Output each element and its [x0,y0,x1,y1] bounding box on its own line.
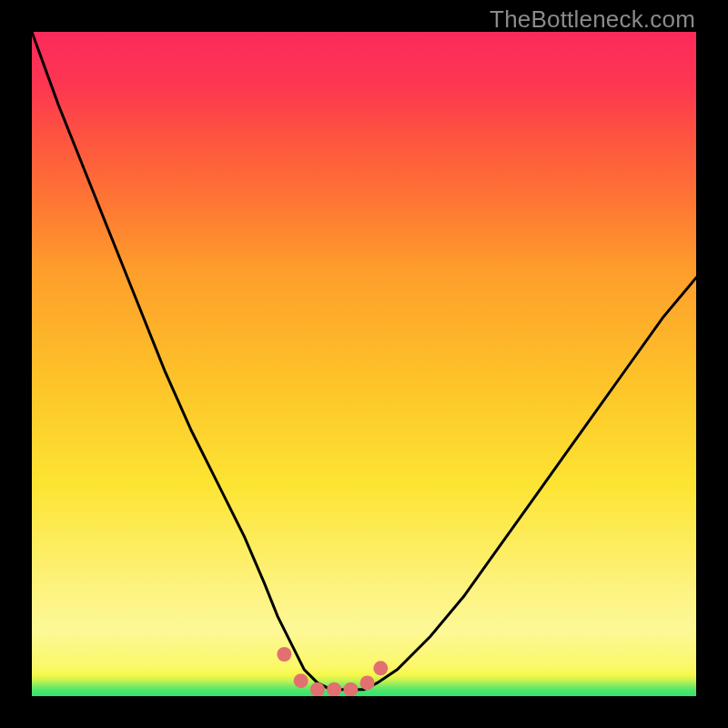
bottleneck-markers [277,647,388,696]
curve-marker [294,673,308,688]
plot-area [32,32,696,696]
watermark-text: TheBottleneck.com [490,5,695,34]
curve-marker [373,661,388,675]
chart-frame: TheBottleneck.com [0,0,728,728]
curve-marker [277,647,291,662]
curve-marker [310,682,325,696]
curve-marker [327,682,341,696]
bottleneck-curve [32,32,696,690]
curve-marker [343,682,358,696]
curve-marker [360,675,375,690]
chart-svg [32,32,696,696]
